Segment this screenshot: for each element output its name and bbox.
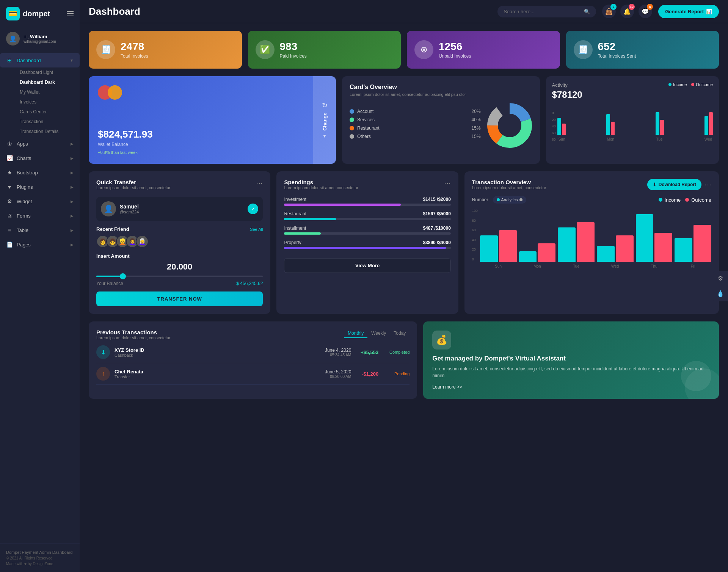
submenu-my-wallet[interactable]: My Wallet <box>14 87 80 97</box>
tab-today[interactable]: Today <box>390 329 410 338</box>
sidebar-item-plugins[interactable]: ♥ Plugins ▶ <box>0 180 80 194</box>
forms-icon: 🖨 <box>6 212 13 219</box>
logo-symbol: 💳 <box>9 9 17 18</box>
submenu-transaction-details[interactable]: Transaction Details <box>14 127 80 136</box>
sidebar-item-charts[interactable]: 📈 Charts ▶ <box>0 151 80 165</box>
settings-float-button[interactable]: ⚙ <box>713 271 728 286</box>
dashboard-icon: ⊞ <box>6 57 13 64</box>
chevron-right-icon: ▶ <box>71 185 74 189</box>
sidebar-item-pages[interactable]: 📄 Pages ▶ <box>0 237 80 252</box>
cards-overview-desc: Lorem ipsum dolor sit amet, consectetur … <box>350 92 532 97</box>
view-more-button[interactable]: View More <box>284 258 450 273</box>
tx-title: Transaction Overview <box>472 179 546 185</box>
generate-report-button[interactable]: Generate Report 📊 <box>658 5 719 18</box>
tx-bar-sun <box>480 230 517 262</box>
outcome-legend-label: Outcome <box>696 82 713 87</box>
legend-label-others: Others <box>357 134 469 139</box>
tx-out-tue <box>577 222 595 262</box>
chevron-right-icon: ▶ <box>71 243 74 247</box>
legend-pct-restaurant: 15% <box>472 125 481 131</box>
tx-out-fri <box>693 225 711 262</box>
search-input[interactable] <box>504 9 581 14</box>
sidebar-item-forms[interactable]: 🖨 Forms ▶ <box>0 208 80 223</box>
hamburger-button[interactable] <box>67 11 74 16</box>
wallet-button[interactable]: 👜 2 <box>602 5 616 18</box>
stat-card-total-sent: 🧾 652 Total Invoices Sent <box>566 31 719 69</box>
sidebar-item-label: Apps <box>17 141 67 147</box>
friend-avatar-5[interactable]: 👩‍🦳 <box>136 235 149 248</box>
notification-button[interactable]: 🔔 12 <box>620 5 634 18</box>
spendings-menu-button[interactable]: ⋯ <box>444 179 451 187</box>
search-bar[interactable]: 🔍 <box>497 6 596 17</box>
tx-chart-area: 020406080100 <box>472 209 711 268</box>
spending-fill <box>284 247 446 249</box>
sidebar-item-label: Widget <box>17 199 67 204</box>
outcome-toggle-label: Outcome <box>691 197 711 203</box>
unpaid-invoices-info: 1256 Unpaid Invoices <box>439 41 471 59</box>
avatar: 👤 <box>6 32 20 45</box>
sidebar-item-widget[interactable]: ⚙ Widget ▶ <box>0 194 80 208</box>
tx-date-value: June 5, 2020 <box>325 369 351 375</box>
legend-pct-services: 40% <box>472 117 481 122</box>
quick-transfer-menu-button[interactable]: ⋯ <box>256 179 263 187</box>
tx-menu-button[interactable]: ⋯ <box>704 180 711 189</box>
legend-label-account: Account <box>357 109 469 114</box>
dashboard-submenu: Dashboard Light Dashboard Dark My Wallet… <box>0 67 80 136</box>
sidebar-item-label: Plugins <box>17 184 67 190</box>
tab-monthly[interactable]: Monthly <box>344 329 367 338</box>
app-name: dompet <box>23 9 50 18</box>
prev-title-group: Previous Transactions Lorem ipsum dolor … <box>96 329 171 340</box>
outcome-dot <box>691 83 694 86</box>
see-all-button[interactable]: See All <box>250 227 263 232</box>
balance-row: Your Balance $ 456,345.62 <box>96 281 263 286</box>
sidebar-item-bootstrap[interactable]: ★ Bootstrap ▶ <box>0 165 80 180</box>
page-title: Dashboard <box>89 6 491 17</box>
submenu-dashboard-light[interactable]: Dashboard Light <box>14 67 80 77</box>
submenu-invoices[interactable]: Invoices <box>14 97 80 107</box>
tx-inc-thu <box>636 214 654 262</box>
submenu-cards-center[interactable]: Cards Center <box>14 107 80 117</box>
submenu-transaction[interactable]: Transaction <box>14 117 80 127</box>
sidebar-item-label: Pages <box>17 242 67 248</box>
transfer-now-button[interactable]: TRANSFER NOW <box>96 291 263 306</box>
x-label-sun: Sun <box>480 264 517 268</box>
previous-transactions-panel: Previous Transactions Lorem ipsum dolor … <box>89 321 417 399</box>
analytics-label: Analytics <box>501 197 518 202</box>
tx-bar-mon <box>519 243 556 262</box>
tx-date-value: June 4, 2020 <box>325 348 351 353</box>
chevron-right-icon: ▶ <box>71 156 74 160</box>
income-bar-sun <box>557 118 561 135</box>
va-learn-more-link[interactable]: Learn more >> <box>432 384 710 390</box>
widget-icon: ⚙ <box>6 198 13 205</box>
slider-thumb[interactable] <box>120 273 126 279</box>
amount-slider[interactable] <box>96 276 263 277</box>
spending-amount: $1567 /$5000 <box>423 211 450 216</box>
spending-installment-header: Installment $487 /$10000 <box>284 226 450 231</box>
recent-friend-title: Recent Friend <box>96 226 129 232</box>
theme-float-button[interactable]: 💧 <box>713 286 728 301</box>
legend-label-services: Services <box>357 117 469 122</box>
download-report-button[interactable]: ⬇ Download Report <box>647 179 701 190</box>
sidebar-item-table[interactable]: ≡ Table ▶ <box>0 223 80 237</box>
submenu-dashboard-dark[interactable]: Dashboard Dark <box>14 77 80 87</box>
sidebar-item-apps[interactable]: ① Apps ▶ <box>0 136 80 151</box>
notification-badge: 12 <box>629 4 635 10</box>
sidebar-item-dashboard[interactable]: ⊞ Dashboard ▼ <box>0 53 80 67</box>
x-label-tue: Tue <box>655 137 664 141</box>
greeting-hi: Hi, <box>24 34 28 39</box>
activity-title: Activity <box>552 82 568 88</box>
download-label: Download Report <box>659 182 696 187</box>
tab-weekly[interactable]: Weekly <box>367 329 390 338</box>
chat-button[interactable]: 💬 8 <box>639 5 652 18</box>
spending-property-header: Property $3890 /$4000 <box>284 240 450 245</box>
search-icon[interactable]: 🔍 <box>584 9 590 14</box>
x-label-mon: Mon <box>519 264 556 268</box>
unpaid-invoices-icon: ⊗ <box>414 40 433 59</box>
change-button[interactable]: ↻ Change ▼ <box>313 76 336 164</box>
outcome-toggle-dot <box>685 198 689 202</box>
tx-inc-wed <box>597 246 615 262</box>
spending-bar <box>284 218 450 220</box>
x-label-wed: Wed <box>597 264 634 268</box>
tx-row-status: Completed <box>383 350 410 354</box>
change-label: Change <box>322 113 328 131</box>
